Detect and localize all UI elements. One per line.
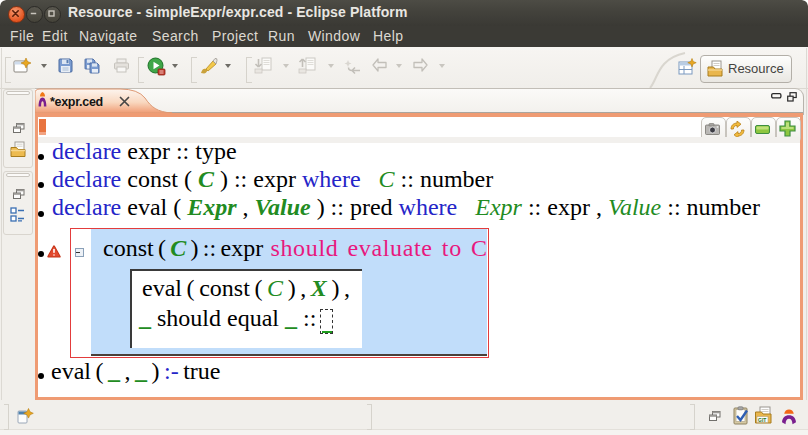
svg-text:GIT: GIT — [758, 417, 766, 423]
